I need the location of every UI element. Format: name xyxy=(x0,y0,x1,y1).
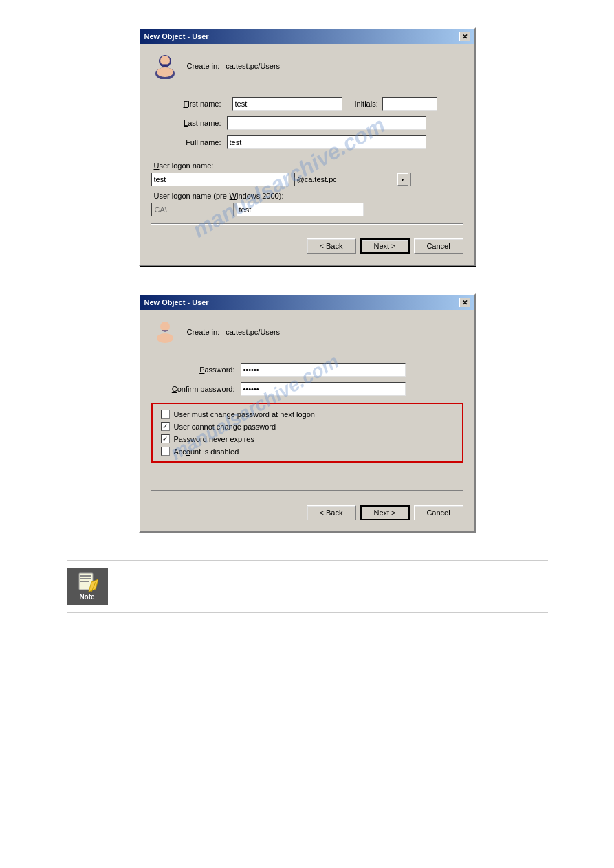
note-icon-box: Note xyxy=(67,568,108,605)
dialog-new-user-2: New Object - User ✕ Create in: xyxy=(139,293,476,533)
create-in-info-1: Create in: ca.test.pc/Users xyxy=(187,62,281,70)
pre-windows-label: User logon name (pre-Windows 2000): xyxy=(154,192,463,200)
checkbox-row-1: User must change password at next logon xyxy=(161,410,454,419)
svg-point-2 xyxy=(160,56,170,65)
first-name-label: First name: xyxy=(151,100,227,108)
account-disabled-label: Account is disabled xyxy=(174,447,239,456)
initials-label: Initials: xyxy=(355,100,378,108)
password-row: Password: xyxy=(151,363,463,377)
must-change-password-checkbox[interactable] xyxy=(161,410,170,419)
dialog-header-2: Create in: ca.test.pc/Users xyxy=(151,318,463,353)
dialog-content-1: Create in: ca.test.pc/Users First name: … xyxy=(140,44,474,265)
create-in-info-2: Create in: ca.test.pc/Users xyxy=(187,328,281,336)
first-name-input[interactable] xyxy=(232,97,342,111)
password-never-expires-label: Password never expires xyxy=(174,435,254,443)
svg-point-5 xyxy=(157,333,173,343)
domain-value: @ca.test.pc xyxy=(297,175,337,183)
full-name-label: Full name: xyxy=(151,138,227,146)
create-in-path-2: ca.test.pc/Users xyxy=(226,328,280,336)
dialog-title-label-1: New Object - User xyxy=(144,32,209,41)
dialog-content-2: Create in: ca.test.pc/Users Password: Co… xyxy=(140,310,474,531)
pre-windows-prefix: CA\ xyxy=(151,203,234,216)
initials-group: Initials: xyxy=(355,97,437,111)
user-icon-2 xyxy=(151,318,179,346)
next-button-2[interactable]: Next > xyxy=(360,505,410,520)
must-change-password-label: User must change password at next logon xyxy=(174,410,315,419)
user-logon-input[interactable] xyxy=(151,173,289,186)
dialog-close-button-1[interactable]: ✕ xyxy=(459,32,470,41)
svg-point-3 xyxy=(157,67,173,77)
checkbox-row-2: User cannot change password xyxy=(161,422,454,431)
dialog-close-button-2[interactable]: ✕ xyxy=(459,298,470,307)
separator-2 xyxy=(151,490,463,491)
separator-1 xyxy=(151,223,463,225)
back-button-2[interactable]: < Back xyxy=(307,505,356,520)
full-name-row: Full name: xyxy=(151,135,463,149)
domain-dropdown[interactable]: @ca.test.pc ▼ xyxy=(294,173,411,186)
dialog-titlebar-1: New Object - User ✕ xyxy=(140,29,474,44)
last-name-input[interactable] xyxy=(227,116,426,130)
full-name-input[interactable] xyxy=(227,135,426,149)
create-in-label-2: Create in: xyxy=(187,328,220,336)
dialog-title-label-2: New Object - User xyxy=(144,298,209,307)
note-section: Note xyxy=(67,560,548,613)
checkbox-row-3: Password never expires xyxy=(161,434,454,443)
cannot-change-password-checkbox[interactable] xyxy=(161,422,170,431)
last-name-row: Last name: xyxy=(151,116,463,130)
password-never-expires-checkbox[interactable] xyxy=(161,434,170,443)
create-in-path-1: ca.test.pc/Users xyxy=(226,62,280,70)
account-disabled-checkbox[interactable] xyxy=(161,447,170,456)
password-label: Password: xyxy=(151,366,241,374)
user-logon-row: @ca.test.pc ▼ xyxy=(151,173,463,186)
confirm-password-input[interactable] xyxy=(241,382,406,396)
password-input[interactable] xyxy=(241,363,406,377)
pre-windows-input[interactable] xyxy=(237,203,364,216)
user-icon-1 xyxy=(151,52,179,80)
user-logon-section-label: User logon name: xyxy=(154,162,463,170)
confirm-password-row: Confirm password: xyxy=(151,382,463,396)
svg-rect-9 xyxy=(80,581,89,582)
button-row-1: < Back Next > Cancel xyxy=(151,236,463,254)
password-options-group: User must change password at next logon … xyxy=(151,403,463,463)
next-button-1[interactable]: Next > xyxy=(360,238,410,254)
dialog-title-1: New Object - User xyxy=(144,32,209,41)
cancel-button-1[interactable]: Cancel xyxy=(414,238,463,254)
initials-input[interactable] xyxy=(382,97,437,111)
cancel-button-2[interactable]: Cancel xyxy=(414,505,463,520)
pre-windows-row: CA\ xyxy=(151,203,463,216)
create-in-label-1: Create in: xyxy=(187,62,220,70)
confirm-password-label: Confirm password: xyxy=(151,385,241,393)
cannot-change-password-label: User cannot change password xyxy=(174,423,276,431)
checkbox-row-4: Account is disabled xyxy=(161,447,454,456)
dialog-titlebar-2: New Object - User ✕ xyxy=(140,295,474,310)
domain-arrow-icon: ▼ xyxy=(397,173,408,186)
last-name-label: Last name: xyxy=(151,119,227,127)
button-row-2: < Back Next > Cancel xyxy=(151,502,463,520)
svg-rect-7 xyxy=(80,575,91,577)
back-button-1[interactable]: < Back xyxy=(307,238,356,254)
svg-point-4 xyxy=(160,322,170,331)
first-name-row: First name: Initials: xyxy=(151,97,463,111)
dialog-header-1: Create in: ca.test.pc/Users xyxy=(151,52,463,87)
dialog-new-user-1: New Object - User ✕ xyxy=(139,27,476,266)
note-icon-label: Note xyxy=(79,593,94,601)
dialog-title-2: New Object - User xyxy=(144,298,209,307)
svg-rect-8 xyxy=(80,578,91,579)
